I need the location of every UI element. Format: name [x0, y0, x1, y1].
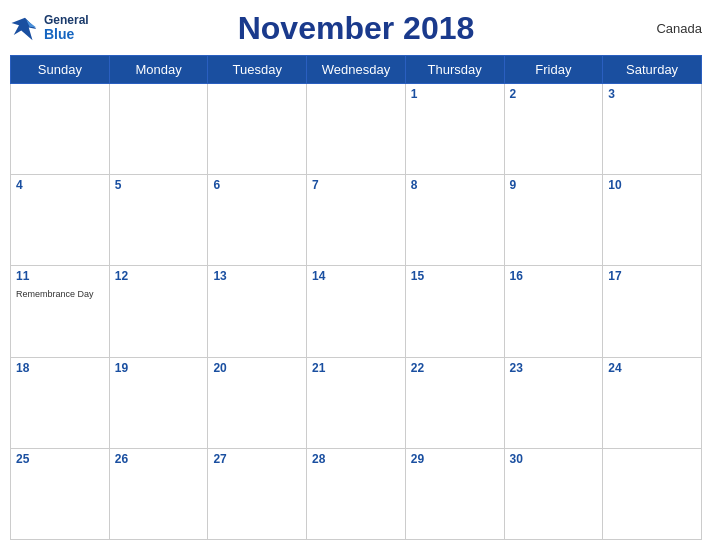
calendar-cell: 26 — [109, 448, 208, 539]
calendar-cell: 17 — [603, 266, 702, 357]
header-tuesday: Tuesday — [208, 56, 307, 84]
calendar-cell: 13 — [208, 266, 307, 357]
calendar-cell: 7 — [307, 175, 406, 266]
header-thursday: Thursday — [405, 56, 504, 84]
header-wednesday: Wednesday — [307, 56, 406, 84]
calendar-cell: 27 — [208, 448, 307, 539]
logo-text: General Blue — [44, 14, 89, 43]
date-number: 20 — [213, 361, 301, 375]
calendar-cell — [208, 84, 307, 175]
date-number: 21 — [312, 361, 400, 375]
calendar-cell: 30 — [504, 448, 603, 539]
week-row-3: 11Remembrance Day121314151617 — [11, 266, 702, 357]
date-number: 23 — [510, 361, 598, 375]
date-number: 25 — [16, 452, 104, 466]
calendar-cell: 1 — [405, 84, 504, 175]
calendar-cell: 10 — [603, 175, 702, 266]
calendar-cell: 11Remembrance Day — [11, 266, 110, 357]
header-saturday: Saturday — [603, 56, 702, 84]
week-row-4: 18192021222324 — [11, 357, 702, 448]
logo-blue: Blue — [44, 27, 89, 42]
date-number: 8 — [411, 178, 499, 192]
calendar-cell: 25 — [11, 448, 110, 539]
date-number: 24 — [608, 361, 696, 375]
date-number: 15 — [411, 269, 499, 283]
date-number: 22 — [411, 361, 499, 375]
date-number: 9 — [510, 178, 598, 192]
calendar-cell: 5 — [109, 175, 208, 266]
week-row-2: 45678910 — [11, 175, 702, 266]
date-number: 13 — [213, 269, 301, 283]
logo-bird-icon — [10, 14, 40, 44]
calendar-cell: 12 — [109, 266, 208, 357]
date-number: 11 — [16, 269, 104, 283]
header-sunday: Sunday — [11, 56, 110, 84]
calendar-cell — [11, 84, 110, 175]
date-number: 5 — [115, 178, 203, 192]
week-row-1: 123 — [11, 84, 702, 175]
date-number: 27 — [213, 452, 301, 466]
calendar-cell: 2 — [504, 84, 603, 175]
date-number: 10 — [608, 178, 696, 192]
date-number: 6 — [213, 178, 301, 192]
date-number: 18 — [16, 361, 104, 375]
header-friday: Friday — [504, 56, 603, 84]
calendar-cell: 15 — [405, 266, 504, 357]
calendar-table: Sunday Monday Tuesday Wednesday Thursday… — [10, 55, 702, 540]
calendar-cell: 24 — [603, 357, 702, 448]
calendar-cell: 29 — [405, 448, 504, 539]
calendar-cell: 21 — [307, 357, 406, 448]
calendar-header: General Blue November 2018 Canada — [10, 10, 702, 47]
date-number: 3 — [608, 87, 696, 101]
calendar-cell: 28 — [307, 448, 406, 539]
weekday-header-row: Sunday Monday Tuesday Wednesday Thursday… — [11, 56, 702, 84]
calendar-cell: 20 — [208, 357, 307, 448]
date-number: 2 — [510, 87, 598, 101]
calendar-cell — [307, 84, 406, 175]
calendar-cell: 22 — [405, 357, 504, 448]
week-row-5: 252627282930 — [11, 448, 702, 539]
calendar-cell: 3 — [603, 84, 702, 175]
calendar-container: General Blue November 2018 Canada Sunday… — [0, 0, 712, 550]
date-number: 17 — [608, 269, 696, 283]
date-number: 16 — [510, 269, 598, 283]
date-number: 14 — [312, 269, 400, 283]
calendar-title: November 2018 — [238, 10, 475, 47]
date-number: 19 — [115, 361, 203, 375]
header-monday: Monday — [109, 56, 208, 84]
calendar-cell: 23 — [504, 357, 603, 448]
date-number: 1 — [411, 87, 499, 101]
date-number: 30 — [510, 452, 598, 466]
date-number: 7 — [312, 178, 400, 192]
calendar-cell — [109, 84, 208, 175]
calendar-country: Canada — [656, 21, 702, 36]
date-number: 28 — [312, 452, 400, 466]
date-number: 4 — [16, 178, 104, 192]
svg-marker-0 — [12, 17, 37, 40]
date-number: 26 — [115, 452, 203, 466]
date-number: 12 — [115, 269, 203, 283]
calendar-cell: 14 — [307, 266, 406, 357]
calendar-cell: 6 — [208, 175, 307, 266]
calendar-cell: 9 — [504, 175, 603, 266]
calendar-cell: 4 — [11, 175, 110, 266]
calendar-cell: 16 — [504, 266, 603, 357]
calendar-cell: 19 — [109, 357, 208, 448]
holiday-label: Remembrance Day — [16, 289, 94, 299]
calendar-cell: 8 — [405, 175, 504, 266]
calendar-cell — [603, 448, 702, 539]
logo: General Blue — [10, 14, 89, 44]
date-number: 29 — [411, 452, 499, 466]
calendar-cell: 18 — [11, 357, 110, 448]
